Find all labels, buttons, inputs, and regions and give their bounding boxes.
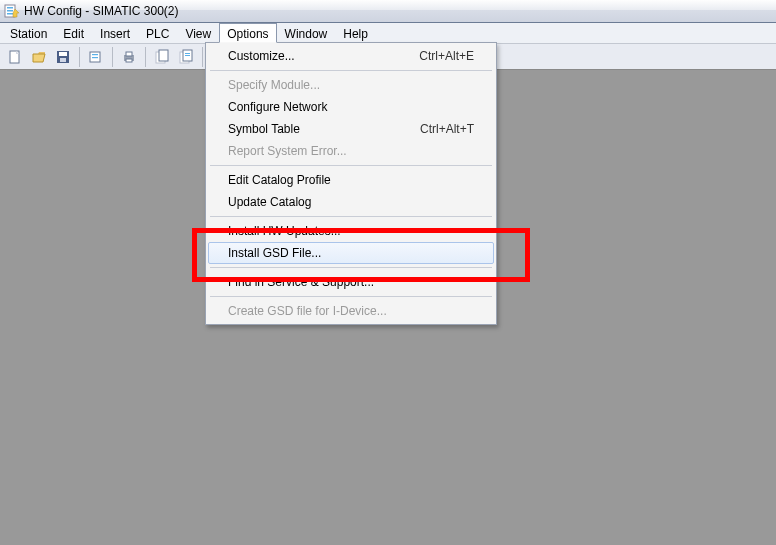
dropdown-separator — [210, 216, 492, 217]
dd-accel: Ctrl+Alt+E — [419, 49, 474, 63]
dd-label: Customize... — [228, 49, 419, 63]
menu-help[interactable]: Help — [335, 23, 376, 43]
dd-specify-module: Specify Module... — [208, 74, 494, 96]
svg-rect-18 — [185, 53, 190, 54]
dd-label: Create GSD file for I-Device... — [228, 304, 474, 318]
svg-rect-3 — [7, 13, 13, 15]
dd-label: Symbol Table — [228, 122, 420, 136]
menu-window[interactable]: Window — [277, 23, 336, 43]
dropdown-separator — [210, 70, 492, 71]
window-title: HW Config - SIMATIC 300(2) — [24, 4, 178, 18]
dd-create-gsd-i-device: Create GSD file for I-Device... — [208, 300, 494, 322]
dd-label: Edit Catalog Profile — [228, 173, 474, 187]
svg-rect-2 — [7, 10, 13, 12]
menu-bar: Station Edit Insert PLC View Options Win… — [0, 23, 776, 44]
dd-report-system-error: Report System Error... — [208, 140, 494, 162]
tb-save-group[interactable] — [52, 46, 74, 68]
dd-symbol-table[interactable]: Symbol Table Ctrl+Alt+T — [208, 118, 494, 140]
tb-consistency[interactable] — [85, 46, 107, 68]
dd-install-gsd-file[interactable]: Install GSD File... — [208, 242, 494, 264]
dd-find-service-support[interactable]: Find in Service & Support... — [208, 271, 494, 293]
svg-rect-10 — [92, 57, 98, 58]
dd-update-catalog[interactable]: Update Catalog — [208, 191, 494, 213]
menu-options[interactable]: Options — [219, 23, 276, 43]
toolbar-separator — [202, 47, 203, 67]
dd-label: Report System Error... — [228, 144, 474, 158]
menu-insert[interactable]: Insert — [92, 23, 138, 43]
dd-label: Find in Service & Support... — [228, 275, 474, 289]
tb-copy[interactable] — [175, 46, 197, 68]
menu-edit[interactable]: Edit — [55, 23, 92, 43]
svg-rect-19 — [185, 55, 190, 56]
app-icon — [4, 3, 20, 19]
svg-rect-6 — [59, 52, 67, 56]
toolbar-separator — [145, 47, 146, 67]
dd-edit-catalog-profile[interactable]: Edit Catalog Profile — [208, 169, 494, 191]
dropdown-separator — [210, 267, 492, 268]
svg-rect-13 — [126, 59, 132, 62]
dd-configure-network[interactable]: Configure Network — [208, 96, 494, 118]
tb-new[interactable] — [4, 46, 26, 68]
dd-install-hw-updates[interactable]: Install HW Updates... — [208, 220, 494, 242]
menu-plc[interactable]: PLC — [138, 23, 177, 43]
menu-view[interactable]: View — [177, 23, 219, 43]
options-dropdown: Customize... Ctrl+Alt+E Specify Module..… — [205, 42, 497, 325]
dd-label: Specify Module... — [228, 78, 474, 92]
svg-rect-12 — [126, 52, 132, 56]
title-bar: HW Config - SIMATIC 300(2) — [0, 0, 776, 23]
svg-rect-15 — [159, 50, 168, 61]
tb-open[interactable] — [28, 46, 50, 68]
dd-label: Configure Network — [228, 100, 474, 114]
svg-rect-1 — [7, 7, 13, 9]
dropdown-separator — [210, 296, 492, 297]
tb-cut[interactable] — [151, 46, 173, 68]
dd-label: Update Catalog — [228, 195, 474, 209]
dropdown-separator — [210, 165, 492, 166]
dd-customize[interactable]: Customize... Ctrl+Alt+E — [208, 45, 494, 67]
toolbar-separator — [79, 47, 80, 67]
svg-rect-7 — [60, 58, 66, 62]
dd-accel: Ctrl+Alt+T — [420, 122, 474, 136]
toolbar-separator — [112, 47, 113, 67]
tb-print[interactable] — [118, 46, 140, 68]
svg-rect-9 — [92, 54, 98, 55]
menu-station[interactable]: Station — [2, 23, 55, 43]
dd-label: Install HW Updates... — [228, 224, 474, 238]
dd-label: Install GSD File... — [228, 246, 474, 260]
